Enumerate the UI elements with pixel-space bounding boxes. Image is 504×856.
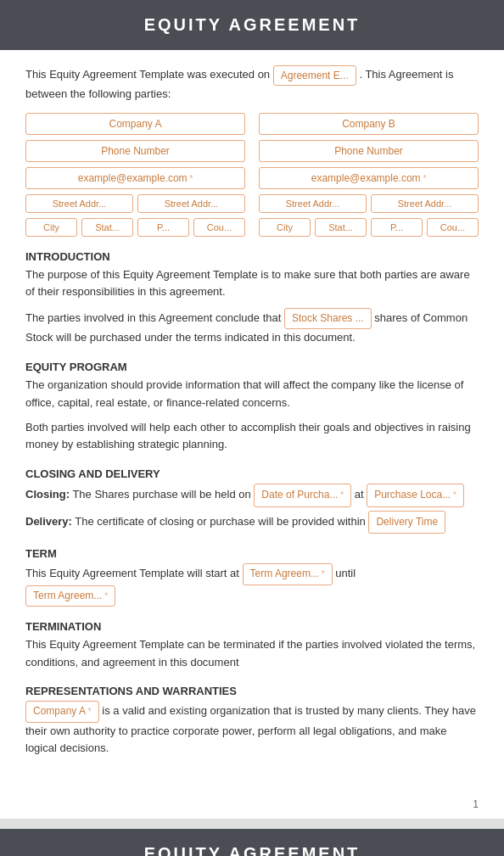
party-b-name-field[interactable]: Company B xyxy=(259,113,479,135)
agreement-date-field[interactable]: Agreement E... xyxy=(273,65,356,86)
party-b-country-field[interactable]: Cou... xyxy=(427,218,479,237)
representations-title: REPRESENTATIONS AND WARRANTIES xyxy=(25,685,479,697)
page-number: 1 xyxy=(0,790,504,819)
intro-paragraph: This Equity Agreement Template was execu… xyxy=(25,65,479,103)
party-a-phone-field[interactable]: Phone Number xyxy=(25,140,245,162)
page-2: EQUITY AGREEMENT CONFIDENTIALITY The con… xyxy=(0,829,504,856)
party-a-addr1-field[interactable]: Street Addr... xyxy=(25,194,133,213)
introduction-para2: The parties involved in this Agreement c… xyxy=(25,308,479,347)
party-a-name-field[interactable]: Company A xyxy=(25,113,245,135)
term-end-field[interactable]: Term Agreem... xyxy=(25,585,115,607)
party-b-city-field[interactable]: City xyxy=(259,218,311,237)
parties-section: Company A Phone Number example@example.c… xyxy=(25,113,479,237)
party-b-state-field[interactable]: Stat... xyxy=(315,218,367,237)
company-a-rep-field[interactable]: Company A xyxy=(25,701,99,722)
party-a-country-field[interactable]: Cou... xyxy=(193,218,245,237)
party-a-city-field[interactable]: City xyxy=(25,218,77,237)
intro-text-1: This Equity Agreement Template was execu… xyxy=(25,68,270,81)
closing-label: Closing: xyxy=(25,489,70,501)
introduction-para1: The purpose of this Equity Agreement Tem… xyxy=(25,266,479,302)
party-a-addr-row: Street Addr... Street Addr... xyxy=(25,194,245,213)
party-a-column: Company A Phone Number example@example.c… xyxy=(25,113,245,237)
page2-header: EQUITY AGREEMENT xyxy=(0,829,504,856)
until-text: until xyxy=(335,567,356,579)
page-1: EQUITY AGREEMENT This Equity Agreement T… xyxy=(0,0,504,819)
term-text1: This Equity Agreement Template will star… xyxy=(25,567,239,579)
party-b-addr1-field[interactable]: Street Addr... xyxy=(259,194,367,213)
page-divider xyxy=(0,819,504,829)
equity-program-title: EQUITY PROGRAM xyxy=(25,361,479,373)
intro-para2-pre: The parties involved in this Agreement c… xyxy=(25,311,281,324)
date-purchase-field[interactable]: Date of Purcha... xyxy=(254,484,351,507)
party-a-postal-field[interactable]: P... xyxy=(137,218,189,237)
stock-shares-field[interactable]: Stock Shares ... xyxy=(284,308,372,329)
party-a-city-row: City Stat... P... Cou... xyxy=(25,218,245,237)
introduction-title: INTRODUCTION xyxy=(25,250,479,263)
closing-text: The Shares purchase will be held on xyxy=(72,489,250,501)
party-b-addr-row: Street Addr... Street Addr... xyxy=(259,194,479,213)
delivery-line: Delivery: The certificate of closing or … xyxy=(25,511,479,534)
header-title: EQUITY AGREEMENT xyxy=(144,15,361,34)
equity-program-para2: Both parties involved will help each oth… xyxy=(25,419,479,455)
delivery-label: Delivery: xyxy=(25,515,72,528)
term-start-field[interactable]: Term Agreem... xyxy=(243,563,333,585)
term-body: This Equity Agreement Template will star… xyxy=(25,563,479,606)
delivery-time-field[interactable]: Delivery Time xyxy=(368,511,445,534)
termination-body: This Equity Agreement Template can be te… xyxy=(25,636,479,672)
party-a-state-field[interactable]: Stat... xyxy=(81,218,133,237)
at-text: at xyxy=(355,489,364,501)
termination-title: TERMINATION xyxy=(25,620,479,633)
party-a-addr2-field[interactable]: Street Addr... xyxy=(137,194,245,213)
representations-body: Company A is a valid and existing organi… xyxy=(25,701,479,758)
purchase-location-field[interactable]: Purchase Loca... xyxy=(367,484,464,507)
party-b-postal-field[interactable]: P... xyxy=(371,218,423,237)
party-b-column: Company B Phone Number example@example.c… xyxy=(259,113,479,237)
party-b-email-field[interactable]: example@example.com xyxy=(259,167,479,189)
closing-line: Closing: The Shares purchase will be hel… xyxy=(25,484,479,507)
party-a-email-field[interactable]: example@example.com xyxy=(25,167,245,189)
closing-delivery-title: CLOSING AND DELIVERY xyxy=(25,467,479,480)
term-title: TERM xyxy=(25,547,479,560)
page2-header-title: EQUITY AGREEMENT xyxy=(144,844,361,856)
party-b-city-row: City Stat... P... Cou... xyxy=(259,218,479,237)
delivery-text: The certificate of closing or purchase w… xyxy=(75,515,366,528)
page-header: EQUITY AGREEMENT xyxy=(0,0,504,50)
page-content: This Equity Agreement Template was execu… xyxy=(0,50,504,790)
party-b-addr2-field[interactable]: Street Addr... xyxy=(371,194,479,213)
equity-program-para1: The organization should provide informat… xyxy=(25,377,479,412)
party-b-phone-field[interactable]: Phone Number xyxy=(259,140,479,162)
